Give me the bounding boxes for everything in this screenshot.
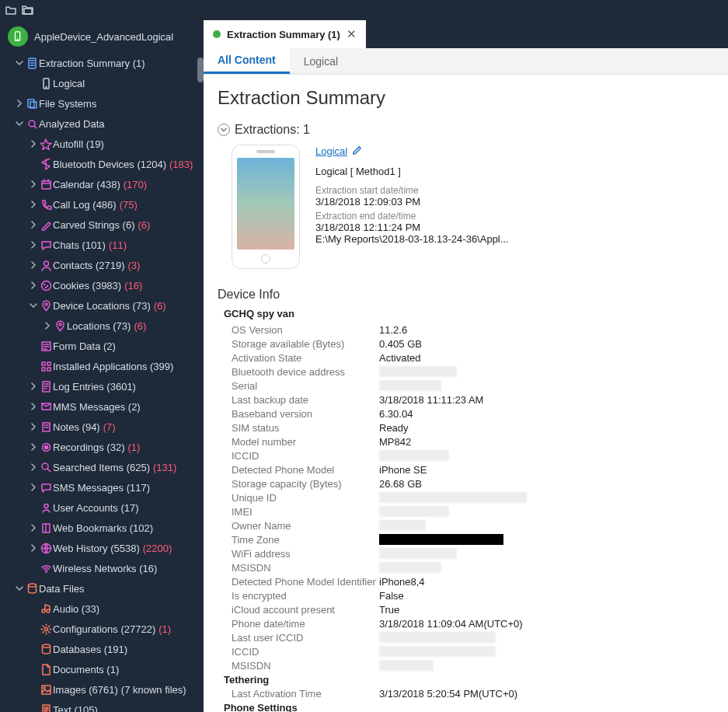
cal-icon: [39, 179, 53, 190]
info-row: Last Activation Time3/13/2018 5:20:54 PM…: [232, 686, 714, 700]
tree-item[interactable]: Extraction Summary (1): [0, 53, 204, 73]
chat-icon: [39, 239, 53, 251]
folder-icon[interactable]: [22, 4, 34, 16]
info-row: Storage capacity (Bytes)26.68 GB: [232, 476, 714, 490]
start-time-label: Extraction start date/time: [315, 185, 714, 196]
device-icon: [8, 26, 28, 47]
tree-item-label: Calendar (438): [53, 179, 120, 190]
deleted-count: (3): [128, 260, 141, 271]
project-header[interactable]: AppleDevice_AdvancedLogical: [0, 20, 204, 53]
tree-item[interactable]: Data Files: [0, 578, 204, 599]
tree-item-label: Autofill (19): [53, 138, 104, 150]
close-icon[interactable]: ✕: [347, 27, 357, 41]
chevron-down-icon: [14, 585, 25, 592]
tree-item[interactable]: MMS Messages (2): [0, 396, 204, 417]
tree-item[interactable]: Databases (191): [0, 639, 204, 659]
tree-item[interactable]: Contacts (2719)(3): [0, 255, 204, 275]
tree-item[interactable]: Recordings (32)(1): [0, 437, 204, 457]
info-row: Unique ID: [232, 490, 714, 504]
chevron-down-icon: [218, 124, 230, 136]
tree-item[interactable]: File Systems: [0, 93, 204, 113]
tree-item-label: Web Bookmarks (102): [53, 522, 153, 534]
tree-item[interactable]: Audio (33): [0, 599, 204, 619]
tree-item[interactable]: Text (105): [0, 700, 204, 712]
info-row: Detected Phone Model IdentifieriPhone8,4: [232, 574, 714, 588]
tree-item[interactable]: Web Bookmarks (102): [0, 518, 204, 538]
extraction-path: E:\My Reports\2018-03-18.13-24-36\Appl..…: [315, 233, 714, 245]
tree-item[interactable]: Bluetooth Devices (1204)(183): [0, 154, 204, 174]
tree-item[interactable]: Logical: [0, 73, 204, 93]
info-key: OS Version: [232, 324, 379, 336]
info-key: Storage capacity (Bytes): [232, 478, 379, 490]
tab-extraction-summary[interactable]: Extraction Summary (1) ✕: [204, 20, 366, 48]
deleted-count: (6): [138, 219, 150, 231]
tree-item[interactable]: Web History (5538)(2200): [0, 538, 204, 558]
tree-item[interactable]: Chats (101)(11): [0, 235, 204, 255]
tree-item[interactable]: Carved Strings (6)(6): [0, 215, 204, 235]
extractions-header[interactable]: Extractions: 1: [218, 123, 714, 137]
tree-item[interactable]: Calendar (438)(170): [0, 174, 204, 194]
tree-item[interactable]: Searched Items (625)(131): [0, 457, 204, 477]
chat-icon: [39, 482, 53, 494]
tree-item[interactable]: Locations (73)(6): [0, 316, 204, 336]
tree-item[interactable]: Images (6761)(7 known files): [0, 679, 204, 700]
chevron-right-icon: [28, 180, 39, 188]
tree-item[interactable]: Form Data (2): [0, 336, 204, 356]
deleted-count: (16): [124, 280, 142, 291]
tree-item-label: Configurations (27722): [53, 623, 155, 635]
tree-item[interactable]: User Accounts (17): [0, 497, 204, 518]
logical-link[interactable]: Logical: [315, 145, 347, 157]
chevron-right-icon: [28, 524, 39, 532]
tree-item-label: Bluetooth Devices (1204): [53, 159, 166, 170]
subtab-all-content[interactable]: All Content: [204, 48, 290, 74]
loc-icon: [39, 300, 53, 312]
deleted-count: (1): [158, 623, 171, 635]
subtab-logical[interactable]: Logical: [290, 48, 352, 74]
tree-item-label: Locations (73): [67, 320, 131, 332]
chevron-right-icon: [28, 221, 39, 229]
info-value: 3/18/2018 11:11:23 AM: [379, 394, 483, 406]
note-icon: [39, 421, 53, 433]
tab-status-dot: [213, 30, 221, 38]
redacted-value: [379, 548, 457, 559]
tree-item-label: Call Log (486): [53, 199, 117, 211]
tree-item-label: Web History (5538): [53, 543, 140, 554]
redacted-value: [379, 632, 496, 643]
redacted-value: [379, 660, 434, 671]
info-value: iPhone SE: [379, 464, 427, 476]
tree-item[interactable]: Configurations (27722)(1): [0, 619, 204, 639]
tree-item[interactable]: Device Locations (73)(6): [0, 295, 204, 316]
tree-item[interactable]: SMS Messages (117): [0, 477, 204, 497]
tree-item[interactable]: Log Entries (3601): [0, 376, 204, 396]
edit-icon[interactable]: [352, 145, 363, 158]
folder-open-icon[interactable]: [5, 4, 17, 16]
tree-item[interactable]: Call Log (486)(75): [0, 194, 204, 215]
info-row: Activation StateActivated: [232, 351, 714, 365]
tree-item[interactable]: Cookies (3983)(16): [0, 275, 204, 295]
tree-item-label: Cookies (3983): [53, 280, 121, 291]
info-row: Tethering: [224, 672, 714, 686]
extraction-method: Logical [ Method1 ]: [315, 166, 714, 177]
info-key: WiFi address: [232, 548, 379, 560]
info-row: MSISDN: [232, 658, 714, 672]
info-value: Activated: [379, 352, 420, 364]
tree-item[interactable]: Documents (1): [0, 659, 204, 679]
project-name: AppleDevice_AdvancedLogical: [34, 31, 173, 43]
chevron-right-icon: [28, 423, 39, 431]
scrollbar-thumb[interactable]: [197, 58, 204, 82]
extractions-label: Extractions: 1: [235, 123, 310, 137]
info-key: ICCID: [232, 450, 379, 462]
deleted-count: (6): [154, 300, 166, 312]
tree-item[interactable]: Installed Applications (399): [0, 356, 204, 376]
redacted-value: [379, 366, 457, 377]
info-key: iCloud account present: [232, 604, 379, 616]
mms-icon: [39, 401, 53, 413]
tree-item[interactable]: Autofill (19): [0, 134, 204, 154]
tree-item[interactable]: Notes (94)(7): [0, 417, 204, 437]
analyze-icon: [25, 118, 39, 130]
tree-item[interactable]: Wireless Networks (16): [0, 558, 204, 578]
chevron-right-icon: [28, 483, 39, 491]
tree-item[interactable]: Analyzed Data: [0, 113, 204, 134]
deleted-count: (183): [169, 159, 193, 170]
info-value: 11.2.6: [379, 324, 407, 336]
